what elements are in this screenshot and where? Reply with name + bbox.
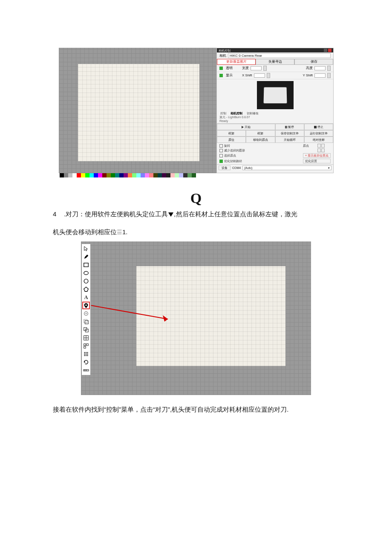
subtab-control[interactable]: 控制 (219, 112, 227, 115)
color-swatch[interactable] (64, 173, 68, 177)
subtab-cutopt[interactable]: 切割修改 (246, 112, 259, 115)
spinner-icon[interactable] (263, 66, 267, 71)
color-swatch[interactable] (81, 173, 85, 177)
input-width[interactable] (251, 66, 262, 70)
pause-button[interactable]: 暂停 (275, 124, 304, 130)
chk-use-selection-origin[interactable] (219, 154, 223, 157)
color-swatch[interactable] (132, 173, 136, 177)
locate-icon[interactable] (83, 302, 89, 309)
color-swatch[interactable] (94, 173, 98, 177)
subtab-row: 控制 相机控制 切割修改 (217, 111, 333, 116)
tab-fade[interactable]: 失量寻边 (256, 59, 294, 65)
subtab-camera[interactable]: 相机控制 (230, 112, 243, 115)
edit-icon[interactable] (83, 253, 89, 260)
color-swatch[interactable] (124, 173, 128, 177)
color-swatch[interactable] (175, 173, 179, 177)
color-swatch[interactable] (183, 173, 187, 177)
svg-rect-14 (86, 344, 88, 346)
spinner-icon[interactable] (327, 66, 331, 71)
spinner-icon[interactable] (267, 73, 270, 78)
circle-icon[interactable] (83, 278, 89, 285)
input-yshift[interactable] (314, 73, 326, 78)
color-swatch[interactable] (170, 173, 175, 177)
tab-save[interactable]: 保存 (294, 59, 333, 65)
origin-stepper2[interactable] (317, 148, 331, 152)
color-swatch[interactable] (145, 173, 149, 177)
color-swatch[interactable] (141, 173, 145, 177)
grid1-icon[interactable] (83, 334, 89, 341)
color-swatch[interactable] (187, 173, 192, 177)
minimize-icon[interactable] (324, 49, 327, 52)
array-icon[interactable] (83, 351, 89, 357)
input-height[interactable] (314, 66, 326, 70)
chk-cut-selection[interactable] (219, 149, 223, 152)
close-icon[interactable] (328, 49, 331, 52)
status-line-1: 激光 - LightBurn 0.8.07 (217, 116, 333, 119)
color-swatch[interactable] (192, 173, 196, 177)
home-button[interactable]: 原位 (217, 137, 246, 143)
frame-button[interactable]: 框架 (217, 130, 246, 137)
chk-optimize[interactable] (219, 160, 223, 163)
step4-text2a: 机头便会移动到相应位 (53, 228, 117, 235)
locate-tool-glyph-icon (168, 212, 173, 217)
color-swatch[interactable] (102, 173, 107, 177)
grid2-icon[interactable] (83, 343, 89, 349)
color-swatch[interactable] (107, 173, 111, 177)
color-swatch[interactable] (158, 173, 162, 177)
move-origin-button[interactable]: 移动到原点 (246, 137, 275, 143)
color-swatch[interactable] (128, 173, 132, 177)
color-swatch[interactable] (89, 173, 94, 177)
spinner-icon[interactable] (327, 73, 331, 78)
color-swatch[interactable] (85, 173, 89, 177)
ellipse-icon[interactable] (83, 270, 89, 276)
tab-update-overlay[interactable]: 更新覆盖图片 (217, 59, 256, 65)
stop-button[interactable]: 停止 (304, 124, 333, 130)
pointer-icon[interactable] (83, 245, 89, 252)
color-swatch[interactable] (72, 173, 77, 177)
refresh-icon[interactable] (83, 359, 89, 366)
save-cut-button[interactable]: 保存切割文件 (275, 130, 304, 137)
origin-stepper[interactable] (317, 144, 331, 148)
panel-tabs: 更新覆盖图片 失量寻边 保存 (217, 59, 333, 65)
polygon-icon[interactable] (83, 286, 89, 293)
target-icon[interactable] (83, 310, 89, 317)
text-icon[interactable]: A (83, 294, 89, 301)
stop-icon (314, 126, 317, 128)
show-last-pos-button[interactable]: 显示最后位置点 (308, 154, 329, 157)
color-swatch[interactable] (119, 173, 124, 177)
boolean-icon[interactable] (83, 326, 89, 333)
color-swatch[interactable] (98, 173, 102, 177)
start-button[interactable]: 开始 (217, 124, 275, 130)
measure-icon[interactable] (83, 367, 89, 374)
run-cut-button[interactable]: 运行切割文件 (304, 130, 333, 137)
svg-point-2 (84, 279, 88, 283)
start-here-button[interactable]: 开始循环 (275, 137, 304, 143)
color-swatch[interactable] (77, 173, 81, 177)
step4-text-b: ,然后在耗材上任意位置点击鼠标左键，激光 (174, 210, 297, 218)
color-swatch[interactable] (60, 173, 64, 177)
step-number: 4 (53, 209, 62, 219)
input-xshift[interactable] (254, 73, 265, 78)
color-swatch[interactable] (153, 173, 158, 177)
devices-button[interactable]: 设备 (219, 166, 231, 170)
label-xshift: X Shift (242, 74, 252, 77)
pos-mode-select[interactable]: 绝对坐标 (304, 137, 333, 143)
color-swatch[interactable] (68, 173, 72, 177)
svg-rect-6 (84, 320, 87, 323)
color-swatch[interactable] (111, 173, 115, 177)
color-swatch[interactable] (179, 173, 183, 177)
optimize-settings-button[interactable]: 优化设置 (303, 159, 331, 163)
offset-icon[interactable] (83, 318, 89, 325)
rectangle-icon[interactable] (83, 262, 89, 268)
chk-rotate[interactable] (219, 144, 223, 148)
color-swatch[interactable] (136, 173, 141, 177)
checkbox-show[interactable] (219, 74, 223, 77)
color-swatch[interactable] (162, 173, 166, 177)
checkbox-transparent[interactable] (219, 67, 223, 70)
color-swatch[interactable] (149, 173, 153, 177)
color-swatch[interactable] (166, 173, 170, 177)
camera-value[interactable]: HIKC 0 Camera Rear (230, 54, 262, 58)
frame2-button[interactable]: 框架 (246, 130, 275, 137)
color-swatch[interactable] (115, 173, 119, 177)
device-select[interactable]: (Auto)▾ (242, 166, 331, 170)
